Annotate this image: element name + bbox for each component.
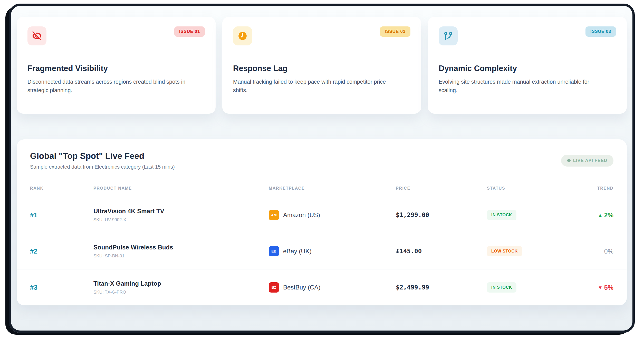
table-header-row: RANK PRODUCT NAME MARKETPLACE PRICE STAT…	[17, 180, 627, 197]
trend-cell: —0%	[590, 248, 613, 255]
status-badge: IN STOCK	[487, 210, 516, 220]
live-feed-panel: Global "Top Spot" Live Feed Sample extra…	[17, 139, 627, 305]
trend-value: 0%	[604, 248, 613, 255]
product-cell: Titan-X Gaming Laptop SKU: TX-G-PRO	[93, 280, 269, 295]
rank-cell: #2	[30, 247, 93, 255]
trend-cell: ▼5%	[590, 284, 613, 291]
trend-up-icon: ▲	[598, 212, 603, 218]
marketplace-label: Amazon (US)	[283, 211, 320, 219]
live-dot-icon	[567, 159, 571, 162]
price-cell: £145.00	[396, 248, 487, 255]
card-header: ISSUE 01	[27, 26, 205, 45]
table-row: #3 Titan-X Gaming Laptop SKU: TX-G-PRO B…	[17, 269, 627, 305]
panel-header: Global "Top Spot" Live Feed Sample extra…	[17, 139, 627, 180]
status-badge: LOW STOCK	[487, 246, 522, 256]
card-header: ISSUE 03	[439, 26, 616, 45]
marketplace-badge: EB	[269, 246, 279, 256]
product-cell: UltraVision 4K Smart TV SKU: UV-9902-X	[93, 208, 269, 222]
status-cell: IN STOCK	[487, 210, 590, 220]
app-frame: ISSUE 01 Fragmented Visibility Disconnec…	[9, 4, 635, 333]
table-row: #2 SoundPulse Wireless Buds SKU: SP-BN-0…	[17, 233, 627, 269]
page-content: ISSUE 01 Fragmented Visibility Disconnec…	[11, 6, 632, 310]
git-branch-icon	[439, 26, 458, 45]
card-title: Dynamic Complexity	[439, 64, 616, 73]
issue-cards-row: ISSUE 01 Fragmented Visibility Disconnec…	[17, 17, 627, 114]
issue-card-dynamic-complexity: ISSUE 03 Dynamic Complexity Evolving sit…	[428, 17, 627, 114]
product-sku: SKU: SP-BN-01	[93, 254, 269, 259]
column-price: PRICE	[396, 186, 487, 191]
issue-card-response-lag: ISSUE 02 Response Lag Manual tracking fa…	[222, 17, 421, 114]
column-product-name: PRODUCT NAME	[93, 186, 269, 191]
product-sku: SKU: TX-G-PRO	[93, 290, 269, 295]
trend-value: 5%	[604, 284, 613, 291]
column-status: STATUS	[487, 186, 590, 191]
marketplace-badge: BZ	[269, 282, 279, 293]
marketplace-cell: AM Amazon (US)	[269, 210, 396, 220]
trend-flat-icon: —	[598, 249, 603, 254]
column-trend: TREND	[590, 186, 613, 191]
issue-number-badge: ISSUE 02	[380, 26, 410, 37]
panel-title: Global "Top Spot" Live Feed	[30, 151, 175, 161]
panel-subtitle: Sample extracted data from Electronics c…	[30, 164, 175, 170]
marketplace-cell: BZ BestBuy (CA)	[269, 282, 396, 293]
rank-cell: #1	[30, 211, 93, 219]
status-cell: IN STOCK	[487, 282, 590, 293]
marketplace-label: BestBuy (CA)	[283, 284, 320, 291]
product-name: Titan-X Gaming Laptop	[93, 280, 269, 287]
card-description: Manual tracking failed to keep pace with…	[233, 78, 400, 95]
column-marketplace: MARKETPLACE	[269, 186, 396, 191]
trend-cell: ▲2%	[590, 211, 613, 219]
product-cell: SoundPulse Wireless Buds SKU: SP-BN-01	[93, 244, 269, 259]
price-cell: $1,299.00	[396, 211, 487, 219]
product-sku: SKU: UV-9902-X	[93, 217, 269, 222]
rank-cell: #3	[30, 284, 93, 292]
issue-card-fragmented-visibility: ISSUE 01 Fragmented Visibility Disconnec…	[17, 17, 216, 114]
clock-icon	[233, 26, 252, 45]
table-row: #1 UltraVision 4K Smart TV SKU: UV-9902-…	[17, 197, 627, 233]
trend-value: 2%	[604, 211, 613, 219]
trend-down-icon: ▼	[598, 285, 603, 290]
card-title: Response Lag	[233, 64, 410, 73]
screenshot-stage: ISSUE 01 Fragmented Visibility Disconnec…	[0, 0, 644, 339]
column-rank: RANK	[30, 186, 93, 191]
card-description: Evolving site structures made manual ext…	[439, 78, 605, 95]
panel-heading-group: Global "Top Spot" Live Feed Sample extra…	[30, 151, 175, 170]
live-badge-label: LIVE API FEED	[573, 158, 607, 163]
eye-off-icon	[27, 26, 46, 45]
live-api-feed-badge: LIVE API FEED	[561, 155, 613, 167]
product-name: SoundPulse Wireless Buds	[93, 244, 269, 251]
issue-number-badge: ISSUE 01	[174, 26, 205, 37]
status-cell: LOW STOCK	[487, 246, 590, 256]
marketplace-label: eBay (UK)	[283, 248, 312, 255]
card-description: Disconnected data streams across regions…	[27, 78, 194, 95]
price-cell: $2,499.99	[396, 284, 487, 291]
card-header: ISSUE 02	[233, 26, 410, 45]
marketplace-cell: EB eBay (UK)	[269, 246, 396, 256]
status-badge: IN STOCK	[487, 282, 516, 293]
card-title: Fragmented Visibility	[27, 64, 205, 73]
issue-number-badge: ISSUE 03	[585, 26, 616, 37]
product-name: UltraVision 4K Smart TV	[93, 208, 269, 215]
marketplace-badge: AM	[269, 210, 279, 220]
